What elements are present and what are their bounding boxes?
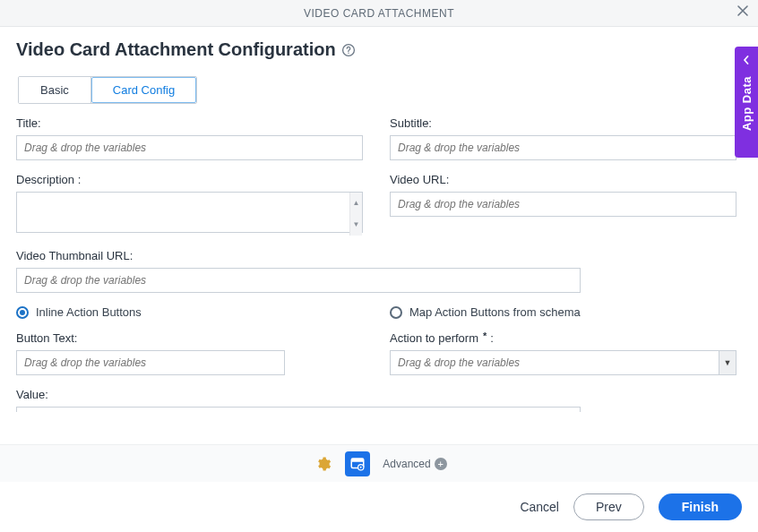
tab-card-config[interactable]: Card Config: [91, 77, 196, 103]
cancel-button[interactable]: Cancel: [520, 500, 559, 514]
advanced-toggle[interactable]: Advanced +: [383, 458, 446, 470]
form-scroll-area[interactable]: Title: Subtitle: Description : ▲▼ Video …: [16, 116, 742, 412]
radio-icon-checked: [16, 306, 29, 319]
tab-group: Basic Card Config: [18, 76, 197, 104]
chevron-left-icon: [742, 54, 751, 67]
help-icon[interactable]: [341, 43, 356, 57]
input-title[interactable]: [16, 135, 363, 160]
input-description[interactable]: [16, 192, 363, 233]
modal-title: VIDEO CARD ATTACHMENT: [304, 7, 454, 20]
chevron-up-icon[interactable]: ▲: [350, 193, 362, 214]
footer-toolbar: Advanced +: [0, 444, 758, 482]
input-value[interactable]: [16, 407, 581, 412]
label-description: Description :: [16, 173, 363, 186]
dropdown-toggle-icon[interactable]: ▼: [719, 350, 736, 375]
plus-icon: +: [435, 458, 447, 470]
close-icon[interactable]: [736, 4, 749, 21]
app-data-label: App Data: [740, 76, 754, 131]
page-title: Video Card Attachment Configuration: [16, 39, 336, 60]
label-video-url: Video URL:: [390, 173, 736, 186]
input-subtitle[interactable]: [390, 135, 736, 160]
action-row: Cancel Prev Finish: [0, 482, 758, 532]
settings-icon[interactable]: [311, 451, 336, 476]
input-button-text[interactable]: [16, 350, 285, 375]
input-video-thumb-url[interactable]: [16, 268, 581, 293]
label-video-thumb-url: Video Thumbnail URL:: [16, 249, 736, 262]
label-subtitle: Subtitle:: [390, 116, 736, 130]
label-action-perform: Action to perform*:: [390, 331, 736, 345]
finish-button[interactable]: Finish: [659, 493, 742, 520]
radio-label-map: Map Action Buttons from schema: [409, 305, 581, 319]
description-spinner[interactable]: ▲▼: [349, 193, 362, 236]
svg-point-1: [348, 52, 349, 53]
radio-map-action[interactable]: Map Action Buttons from schema: [390, 305, 736, 319]
app-data-drawer-tab[interactable]: App Data: [735, 47, 758, 158]
video-card-icon[interactable]: [345, 451, 370, 476]
label-title: Title:: [16, 116, 363, 130]
label-button-text: Button Text:: [16, 331, 285, 345]
select-action-perform[interactable]: [390, 350, 719, 375]
radio-icon-unchecked: [390, 306, 402, 319]
modal-header: VIDEO CARD ATTACHMENT: [0, 0, 758, 27]
radio-label-inline: Inline Action Buttons: [36, 305, 142, 319]
chevron-down-icon[interactable]: ▼: [350, 214, 362, 236]
svg-rect-3: [352, 459, 365, 462]
tab-basic[interactable]: Basic: [19, 77, 91, 103]
input-video-url[interactable]: [390, 192, 736, 217]
radio-inline-action[interactable]: Inline Action Buttons: [16, 305, 363, 319]
prev-button[interactable]: Prev: [573, 493, 644, 520]
advanced-label: Advanced: [383, 458, 430, 470]
label-value: Value:: [16, 388, 736, 401]
